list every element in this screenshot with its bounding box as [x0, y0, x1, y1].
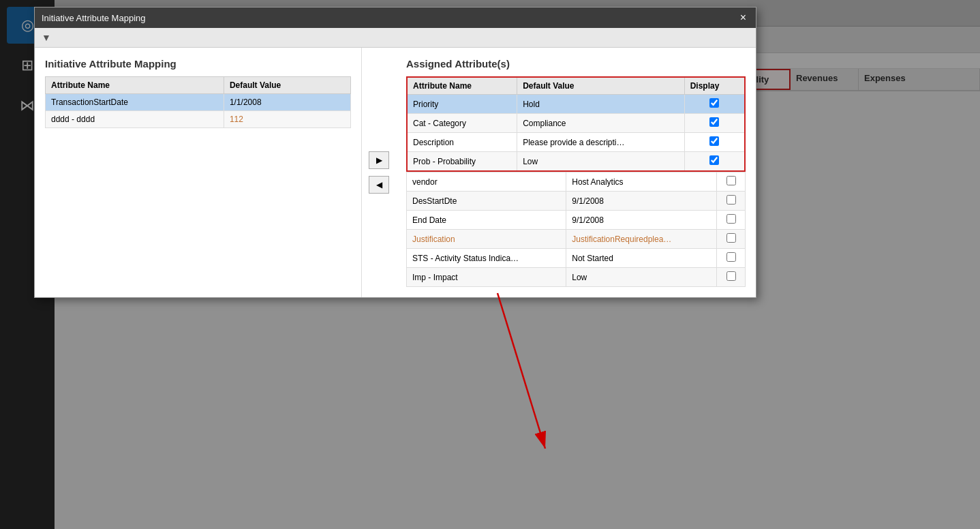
- arrow-panel: ▶ ◀: [362, 48, 396, 297]
- table-row[interactable]: Cat - Category Compliance: [407, 114, 745, 133]
- assigned-row3-attr: Description: [407, 133, 517, 152]
- left-col-attribute: Attribute Name: [46, 77, 224, 94]
- modal-dialog: Initiative Attribute Mapping × ▼ Initiat…: [34, 7, 756, 298]
- assigned-row1-display: [684, 95, 745, 114]
- left-table: Attribute Name Default Value Transaction…: [45, 76, 351, 128]
- right-col-attribute: Attribute Name: [407, 77, 517, 95]
- extra-row5-attr: STS - Activity Status Indica…: [407, 249, 566, 268]
- extra-row1-attr: vendor: [407, 172, 566, 192]
- extra-row3-val: 9/1/2008: [566, 211, 717, 230]
- extra-row2-attr: DesStartDte: [407, 192, 566, 211]
- table-row[interactable]: STS - Activity Status Indica… Not Starte…: [407, 249, 746, 268]
- extra-row2-display: [717, 192, 746, 211]
- move-right-button[interactable]: ▶: [369, 151, 389, 169]
- extra-row3-attr: End Date: [407, 211, 566, 230]
- display-checkbox-9[interactable]: [726, 252, 736, 262]
- right-col-display: Display: [684, 77, 745, 95]
- display-checkbox-6[interactable]: [726, 195, 736, 205]
- left-panel-title: Initiative Attribute Mapping: [45, 58, 351, 70]
- modal-body: Initiative Attribute Mapping Attribute N…: [35, 48, 756, 297]
- modal-close-button[interactable]: ×: [737, 12, 749, 23]
- table-row[interactable]: TransactionStartDate 1/1/2008: [46, 94, 351, 111]
- modal-titlebar: Initiative Attribute Mapping ×: [35, 7, 756, 28]
- display-checkbox-3[interactable]: [709, 136, 719, 146]
- modal-title: Initiative Attribute Mapping: [42, 13, 145, 23]
- display-checkbox-5[interactable]: [726, 176, 736, 185]
- assigned-row2-attr: Cat - Category: [407, 114, 517, 133]
- extra-row2-val: 9/1/2008: [566, 192, 717, 211]
- extra-row6-display: [717, 268, 746, 287]
- extra-row4-attr: Justification: [407, 230, 566, 249]
- table-row[interactable]: dddd - dddd 112: [46, 111, 351, 128]
- display-checkbox-2[interactable]: [709, 117, 719, 127]
- table-row[interactable]: Priority Hold: [407, 95, 745, 114]
- extra-rows-table: vendor Host Analytics DesStartDte 9/1/20…: [406, 172, 746, 287]
- table-row[interactable]: Description Please provide a descripti…: [407, 133, 745, 152]
- right-panel-title: Assigned Attribute(s): [406, 58, 746, 70]
- display-checkbox-10[interactable]: [726, 271, 736, 281]
- filter-icon: ▼: [42, 32, 51, 43]
- assigned-row3-display: [684, 133, 745, 152]
- extra-row4-display: [717, 230, 746, 249]
- table-row[interactable]: DesStartDte 9/1/2008: [407, 192, 746, 211]
- table-row[interactable]: End Date 9/1/2008: [407, 211, 746, 230]
- left-col-default: Default Value: [224, 77, 350, 94]
- assigned-table: Attribute Name Default Value Display Pri…: [406, 76, 746, 172]
- display-checkbox-1[interactable]: [709, 98, 719, 108]
- left-panel: Initiative Attribute Mapping Attribute N…: [35, 48, 362, 297]
- extra-row1-val: Host Analytics: [566, 172, 717, 192]
- display-checkbox-4[interactable]: [709, 155, 719, 165]
- left-row1-val: 1/1/2008: [224, 94, 350, 111]
- table-row[interactable]: Imp - Impact Low: [407, 268, 746, 287]
- display-checkbox-7[interactable]: [726, 214, 736, 224]
- extra-row6-attr: Imp - Impact: [407, 268, 566, 287]
- extra-row5-val: Not Started: [566, 249, 717, 268]
- assigned-row1-val: Hold: [517, 95, 685, 114]
- display-checkbox-8[interactable]: [726, 233, 736, 243]
- right-panel: Assigned Attribute(s) Attribute Name Def…: [396, 48, 756, 297]
- table-row[interactable]: Prob - Probability Low: [407, 152, 745, 172]
- assigned-row2-display: [684, 114, 745, 133]
- assigned-row4-val: Low: [517, 152, 685, 172]
- left-row2-val: 112: [224, 111, 350, 128]
- table-row[interactable]: Justification JustificationRequiredplea…: [407, 230, 746, 249]
- extra-row4-val: JustificationRequiredplea…: [566, 230, 717, 249]
- right-col-default: Default Value: [517, 77, 685, 95]
- modal-toolbar: ▼: [35, 28, 756, 48]
- assigned-row4-display: [684, 152, 745, 172]
- left-row2-attr: dddd - dddd: [46, 111, 224, 128]
- assigned-row4-attr: Prob - Probability: [407, 152, 517, 172]
- assigned-row3-val: Please provide a descripti…: [517, 133, 685, 152]
- extra-row1-display: [717, 172, 746, 192]
- extra-row6-val: Low: [566, 268, 717, 287]
- left-row1-attr: TransactionStartDate: [46, 94, 224, 111]
- assigned-row2-val: Compliance: [517, 114, 685, 133]
- assigned-row1-attr: Priority: [407, 95, 517, 114]
- move-left-button[interactable]: ◀: [369, 176, 389, 194]
- extra-row3-display: [717, 211, 746, 230]
- extra-row5-display: [717, 249, 746, 268]
- table-row[interactable]: vendor Host Analytics: [407, 172, 746, 192]
